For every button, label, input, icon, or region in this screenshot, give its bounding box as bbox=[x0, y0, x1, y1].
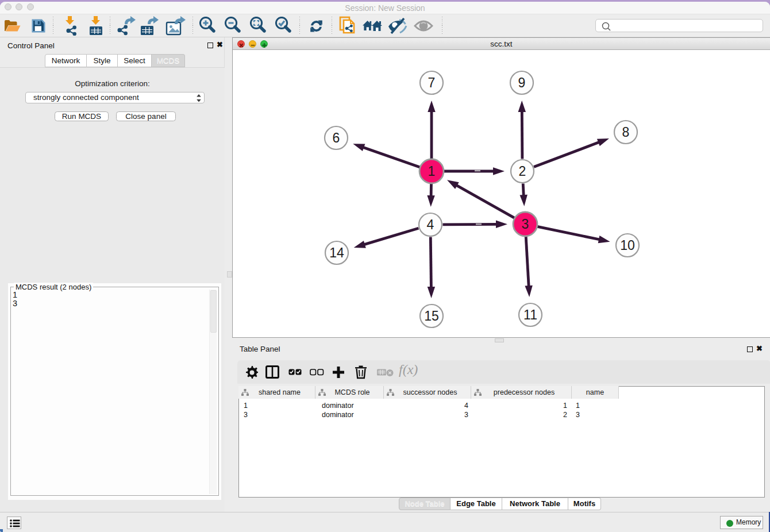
svg-text:8: 8 bbox=[622, 125, 630, 140]
svg-text:6: 6 bbox=[333, 130, 340, 145]
svg-text:4: 4 bbox=[427, 217, 434, 232]
svg-text:11: 11 bbox=[523, 307, 537, 322]
svg-text:3: 3 bbox=[522, 217, 529, 232]
svg-text:15: 15 bbox=[424, 309, 439, 323]
svg-text:2: 2 bbox=[519, 164, 526, 179]
svg-text:9: 9 bbox=[518, 75, 526, 90]
svg-text:14: 14 bbox=[329, 245, 344, 260]
svg-text:7: 7 bbox=[428, 75, 436, 90]
svg-text:1: 1 bbox=[428, 164, 436, 179]
svg-text:10: 10 bbox=[620, 238, 635, 253]
